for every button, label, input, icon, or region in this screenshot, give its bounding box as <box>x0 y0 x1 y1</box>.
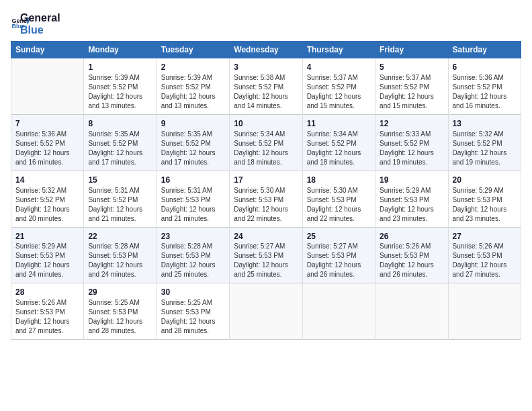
day-number: 14 <box>15 175 79 186</box>
day-info: Sunrise: 5:25 AM Sunset: 5:53 PM Dayligh… <box>88 298 152 336</box>
calendar-cell: 8Sunrise: 5:35 AM Sunset: 5:52 PM Daylig… <box>84 114 157 171</box>
day-number: 8 <box>88 118 152 130</box>
day-info: Sunrise: 5:28 AM Sunset: 5:53 PM Dayligh… <box>88 242 152 279</box>
day-info: Sunrise: 5:26 AM Sunset: 5:53 PM Dayligh… <box>453 242 517 279</box>
day-number: 6 <box>453 62 517 73</box>
day-number: 22 <box>88 231 152 242</box>
day-info: Sunrise: 5:35 AM Sunset: 5:52 PM Dayligh… <box>161 130 225 167</box>
day-info: Sunrise: 5:32 AM Sunset: 5:52 PM Dayligh… <box>15 186 79 224</box>
day-info: Sunrise: 5:27 AM Sunset: 5:53 PM Dayligh… <box>307 242 371 279</box>
day-number: 29 <box>88 287 152 298</box>
day-info: Sunrise: 5:38 AM Sunset: 5:52 PM Dayligh… <box>234 73 298 111</box>
day-number: 12 <box>380 118 443 130</box>
calendar-cell: 15Sunrise: 5:31 AM Sunset: 5:52 PM Dayli… <box>84 171 157 227</box>
day-number: 19 <box>380 175 443 186</box>
col-header-friday: Friday <box>375 42 448 58</box>
calendar-cell: 24Sunrise: 5:27 AM Sunset: 5:53 PM Dayli… <box>230 227 302 283</box>
calendar-cell: 7Sunrise: 5:36 AM Sunset: 5:52 PM Daylig… <box>11 114 84 171</box>
calendar-cell: 1Sunrise: 5:39 AM Sunset: 5:52 PM Daylig… <box>84 58 157 115</box>
calendar-week-row: 28Sunrise: 5:26 AM Sunset: 5:53 PM Dayli… <box>11 283 521 340</box>
day-number: 17 <box>234 175 298 186</box>
calendar-cell: 26Sunrise: 5:26 AM Sunset: 5:53 PM Dayli… <box>375 227 448 283</box>
day-number: 5 <box>380 62 443 73</box>
col-header-monday: Monday <box>84 42 157 58</box>
calendar-cell: 14Sunrise: 5:32 AM Sunset: 5:52 PM Dayli… <box>11 171 84 227</box>
calendar-cell: 19Sunrise: 5:29 AM Sunset: 5:53 PM Dayli… <box>375 171 448 227</box>
day-number: 10 <box>234 118 298 130</box>
day-number: 24 <box>234 231 298 242</box>
calendar-cell <box>302 283 375 340</box>
calendar-week-row: 14Sunrise: 5:32 AM Sunset: 5:52 PM Dayli… <box>11 171 521 227</box>
day-number: 11 <box>307 118 371 130</box>
day-number: 25 <box>307 231 371 242</box>
day-info: Sunrise: 5:29 AM Sunset: 5:53 PM Dayligh… <box>453 186 517 224</box>
day-number: 23 <box>161 231 225 242</box>
day-number: 9 <box>161 118 225 130</box>
col-header-saturday: Saturday <box>448 42 521 58</box>
col-header-sunday: Sunday <box>11 42 84 58</box>
day-number: 20 <box>453 175 517 186</box>
day-info: Sunrise: 5:34 AM Sunset: 5:52 PM Dayligh… <box>307 130 371 167</box>
calendar-cell: 20Sunrise: 5:29 AM Sunset: 5:53 PM Dayli… <box>448 171 521 227</box>
day-info: Sunrise: 5:30 AM Sunset: 5:53 PM Dayligh… <box>234 186 298 224</box>
day-info: Sunrise: 5:30 AM Sunset: 5:53 PM Dayligh… <box>307 186 371 224</box>
calendar-cell <box>11 58 84 115</box>
logo-text-blue: Blue <box>20 24 60 36</box>
day-info: Sunrise: 5:26 AM Sunset: 5:53 PM Dayligh… <box>380 242 443 279</box>
calendar-week-row: 7Sunrise: 5:36 AM Sunset: 5:52 PM Daylig… <box>11 114 521 171</box>
day-number: 27 <box>453 231 517 242</box>
day-number: 3 <box>234 62 298 73</box>
day-info: Sunrise: 5:36 AM Sunset: 5:52 PM Dayligh… <box>15 130 79 167</box>
day-info: Sunrise: 5:31 AM Sunset: 5:53 PM Dayligh… <box>161 186 225 224</box>
day-info: Sunrise: 5:39 AM Sunset: 5:52 PM Dayligh… <box>161 73 225 111</box>
day-info: Sunrise: 5:37 AM Sunset: 5:52 PM Dayligh… <box>307 73 371 111</box>
calendar-table: SundayMondayTuesdayWednesdayThursdayFrid… <box>11 41 521 340</box>
calendar-header-row: SundayMondayTuesdayWednesdayThursdayFrid… <box>11 42 521 58</box>
calendar-cell: 27Sunrise: 5:26 AM Sunset: 5:53 PM Dayli… <box>448 227 521 283</box>
col-header-thursday: Thursday <box>302 42 375 58</box>
day-info: Sunrise: 5:25 AM Sunset: 5:53 PM Dayligh… <box>161 298 225 336</box>
calendar-cell: 5Sunrise: 5:37 AM Sunset: 5:52 PM Daylig… <box>375 58 448 115</box>
day-info: Sunrise: 5:29 AM Sunset: 5:53 PM Dayligh… <box>15 242 79 279</box>
calendar-cell <box>448 283 521 340</box>
calendar-cell: 9Sunrise: 5:35 AM Sunset: 5:52 PM Daylig… <box>157 114 229 171</box>
day-number: 30 <box>161 287 225 298</box>
day-info: Sunrise: 5:33 AM Sunset: 5:52 PM Dayligh… <box>380 130 443 167</box>
day-info: Sunrise: 5:36 AM Sunset: 5:52 PM Dayligh… <box>453 73 517 111</box>
calendar-cell: 3Sunrise: 5:38 AM Sunset: 5:52 PM Daylig… <box>230 58 302 115</box>
day-info: Sunrise: 5:35 AM Sunset: 5:52 PM Dayligh… <box>88 130 152 167</box>
day-number: 2 <box>161 62 225 73</box>
day-info: Sunrise: 5:32 AM Sunset: 5:52 PM Dayligh… <box>453 130 517 167</box>
day-number: 21 <box>15 231 79 242</box>
calendar-cell <box>230 283 302 340</box>
calendar-cell: 23Sunrise: 5:28 AM Sunset: 5:53 PM Dayli… <box>157 227 229 283</box>
col-header-tuesday: Tuesday <box>157 42 229 58</box>
day-number: 16 <box>161 175 225 186</box>
day-number: 18 <box>307 175 371 186</box>
calendar-cell: 10Sunrise: 5:34 AM Sunset: 5:52 PM Dayli… <box>230 114 302 171</box>
day-info: Sunrise: 5:37 AM Sunset: 5:52 PM Dayligh… <box>380 73 443 111</box>
calendar-cell: 28Sunrise: 5:26 AM Sunset: 5:53 PM Dayli… <box>11 283 84 340</box>
calendar-cell <box>375 283 448 340</box>
day-number: 26 <box>380 231 443 242</box>
day-info: Sunrise: 5:39 AM Sunset: 5:52 PM Dayligh… <box>88 73 152 111</box>
page-header: General Blue General Blue <box>11 11 521 36</box>
day-number: 1 <box>88 62 152 73</box>
calendar-cell: 21Sunrise: 5:29 AM Sunset: 5:53 PM Dayli… <box>11 227 84 283</box>
calendar-cell: 18Sunrise: 5:30 AM Sunset: 5:53 PM Dayli… <box>302 171 375 227</box>
calendar-cell: 11Sunrise: 5:34 AM Sunset: 5:52 PM Dayli… <box>302 114 375 171</box>
calendar-week-row: 1Sunrise: 5:39 AM Sunset: 5:52 PM Daylig… <box>11 58 521 115</box>
day-info: Sunrise: 5:28 AM Sunset: 5:53 PM Dayligh… <box>161 242 225 279</box>
calendar-cell: 4Sunrise: 5:37 AM Sunset: 5:52 PM Daylig… <box>302 58 375 115</box>
calendar-cell: 29Sunrise: 5:25 AM Sunset: 5:53 PM Dayli… <box>84 283 157 340</box>
day-info: Sunrise: 5:26 AM Sunset: 5:53 PM Dayligh… <box>15 298 79 336</box>
day-number: 7 <box>15 118 79 130</box>
day-info: Sunrise: 5:31 AM Sunset: 5:52 PM Dayligh… <box>88 186 152 224</box>
day-number: 4 <box>307 62 371 73</box>
day-info: Sunrise: 5:34 AM Sunset: 5:52 PM Dayligh… <box>234 130 298 167</box>
calendar-cell: 25Sunrise: 5:27 AM Sunset: 5:53 PM Dayli… <box>302 227 375 283</box>
day-number: 13 <box>453 118 517 130</box>
logo-text-general: General <box>20 12 60 24</box>
calendar-cell: 2Sunrise: 5:39 AM Sunset: 5:52 PM Daylig… <box>157 58 229 115</box>
logo: General Blue General Blue <box>11 11 60 36</box>
